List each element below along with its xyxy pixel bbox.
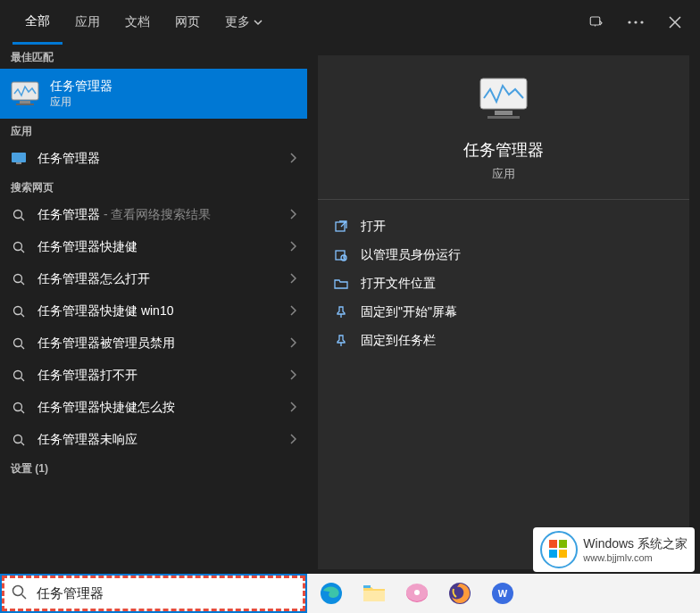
best-match-text: 任务管理器 应用 (50, 79, 112, 110)
taskbar-disc-icon[interactable] (398, 576, 436, 611)
app-icon (11, 151, 27, 167)
chevron-down-icon (254, 15, 262, 29)
search-box[interactable] (2, 576, 305, 611)
tab-apps[interactable]: 应用 (62, 0, 112, 45)
taskbar-explorer-icon[interactable] (355, 576, 393, 611)
list-item-label: 任务管理器未响应 (38, 432, 279, 448)
search-icon (11, 335, 27, 352)
list-item-label: 任务管理器快捷健怎么按 (38, 400, 279, 416)
svg-line-20 (21, 378, 25, 382)
svg-point-1 (628, 21, 630, 23)
web-list-item[interactable]: 任务管理器未响应 (0, 424, 307, 456)
web-list-item[interactable]: 任务管理器怎么打开 (0, 263, 307, 295)
web-list-item[interactable]: 任务管理器 - 查看网络搜索结果 (0, 199, 307, 231)
action-item[interactable]: 以管理员身份运行 (318, 241, 689, 269)
tab-more[interactable]: 更多 (212, 0, 275, 45)
preview-task-manager-icon (479, 77, 529, 127)
search-icon (11, 239, 27, 255)
action-item[interactable]: 打开文件位置 (318, 269, 689, 298)
chevron-right-icon (289, 271, 296, 287)
svg-text:W: W (498, 588, 508, 599)
task-manager-icon (11, 79, 39, 108)
list-item-label: 任务管理器被管理员禁用 (38, 335, 279, 352)
svg-line-22 (21, 410, 25, 414)
web-list-item[interactable]: 任务管理器打不开 (0, 360, 307, 392)
tab-docs[interactable]: 文档 (112, 0, 162, 45)
svg-line-32 (22, 595, 27, 600)
svg-point-31 (13, 586, 23, 596)
watermark-url: www.bjjmlv.com (583, 552, 688, 563)
action-item[interactable]: 固定到任务栏 (318, 327, 689, 355)
svg-line-12 (21, 250, 25, 253)
list-item-label: 任务管理器 (38, 151, 279, 167)
action-item[interactable]: 固定到"开始"屏幕 (318, 298, 689, 327)
more-options-icon[interactable] (620, 6, 652, 38)
search-input[interactable] (37, 586, 296, 601)
taskbar-wps-icon[interactable]: W (484, 576, 521, 611)
svg-rect-35 (363, 585, 371, 588)
close-icon[interactable] (659, 6, 691, 38)
svg-rect-28 (336, 222, 345, 231)
search-icon (11, 303, 27, 319)
web-list-item[interactable]: 任务管理器快捷健 (0, 231, 307, 263)
chevron-right-icon (289, 368, 296, 384)
action-label: 打开 (361, 219, 386, 235)
watermark: Windows 系统之家 www.bjjmlv.com (533, 527, 695, 572)
search-icon (11, 400, 27, 416)
apps-list-item[interactable]: 任务管理器 (0, 143, 307, 175)
svg-line-24 (21, 443, 25, 446)
svg-point-13 (14, 275, 22, 283)
preview-title: 任务管理器 (463, 139, 544, 161)
web-list-item[interactable]: 任务管理器被管理员禁用 (0, 327, 307, 360)
svg-rect-26 (495, 111, 512, 115)
svg-point-17 (14, 339, 22, 347)
admin-icon (334, 248, 348, 262)
svg-rect-44 (559, 540, 567, 548)
action-item[interactable]: 打开 (318, 212, 689, 241)
svg-rect-43 (549, 540, 557, 548)
svg-rect-34 (363, 591, 385, 601)
section-settings: 设置 (1) (0, 456, 307, 480)
search-icon (11, 432, 27, 448)
svg-rect-27 (488, 116, 520, 119)
svg-rect-45 (549, 550, 557, 558)
action-label: 固定到"开始"屏幕 (361, 304, 457, 320)
section-apps: 应用 (0, 119, 307, 143)
svg-point-21 (14, 403, 22, 411)
open-icon (334, 220, 348, 234)
preview-subtitle: 应用 (492, 166, 515, 183)
feedback-icon[interactable] (580, 6, 612, 38)
chevron-right-icon (289, 151, 296, 167)
svg-point-15 (14, 307, 22, 315)
svg-point-38 (414, 590, 420, 595)
actions-list: 打开以管理员身份运行打开文件位置固定到"开始"屏幕固定到任务栏 (318, 200, 689, 368)
svg-rect-0 (590, 17, 600, 25)
pin-icon (334, 334, 348, 348)
best-match-subtitle: 应用 (50, 95, 112, 110)
tab-web[interactable]: 网页 (162, 0, 212, 45)
best-match-item[interactable]: 任务管理器 应用 (0, 69, 307, 119)
chevron-right-icon (289, 239, 296, 255)
chevron-right-icon (289, 335, 296, 352)
web-list-item[interactable]: 任务管理器快捷健 win10 (0, 295, 307, 327)
action-label: 以管理员身份运行 (361, 247, 461, 263)
taskbar-firefox-icon[interactable] (441, 576, 479, 611)
tab-all[interactable]: 全部 (12, 0, 62, 45)
svg-point-11 (14, 243, 22, 251)
list-item-label: 任务管理器 - 查看网络搜索结果 (38, 207, 279, 223)
svg-rect-46 (559, 550, 567, 558)
pin-icon (334, 305, 348, 319)
search-icon (11, 207, 27, 223)
taskbar-edge-icon[interactable] (312, 576, 350, 611)
search-icon (11, 368, 27, 384)
svg-line-16 (21, 314, 25, 318)
list-item-label: 任务管理器怎么打开 (38, 271, 279, 287)
list-item-label: 任务管理器快捷健 win10 (38, 303, 279, 319)
folder-icon (334, 277, 348, 291)
windows-logo-icon (540, 531, 578, 568)
web-list-item[interactable]: 任务管理器快捷健怎么按 (0, 392, 307, 424)
svg-point-19 (14, 371, 22, 379)
chevron-right-icon (289, 303, 296, 319)
best-match-title: 任务管理器 (50, 79, 112, 95)
svg-rect-5 (20, 101, 30, 104)
